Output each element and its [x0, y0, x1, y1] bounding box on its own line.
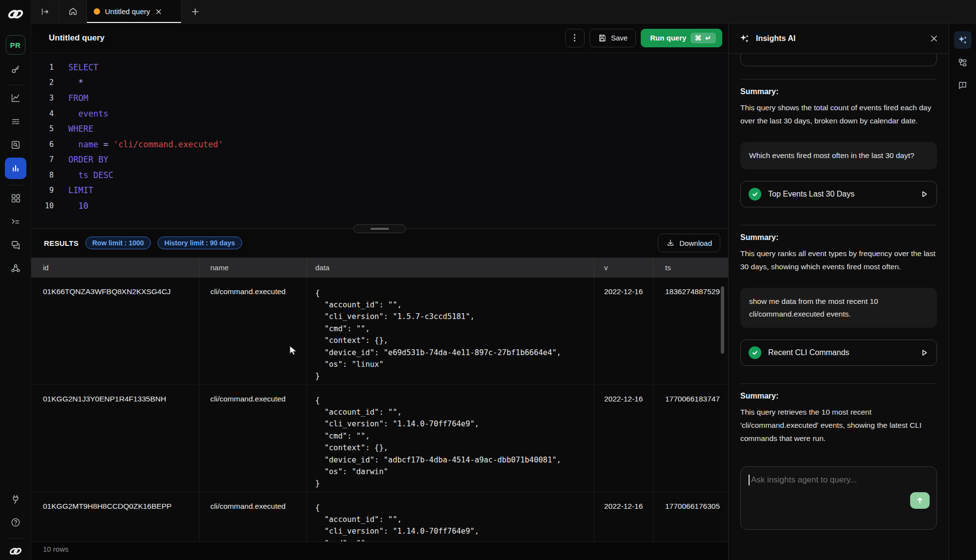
code-line: 8 ts DESC: [31, 167, 728, 183]
cell-id: 01KGG2N1J3Y0ENP1R4F1335BNH: [31, 385, 199, 492]
summary-text: This query shows the total count of even…: [740, 101, 937, 127]
scrolled-card-partial: [740, 54, 937, 66]
column-header-v[interactable]: v: [594, 258, 653, 278]
insights-close-icon[interactable]: [930, 35, 938, 42]
query-header: Untitled query Save Run query ⌘ ↵: [31, 23, 728, 53]
home-button[interactable]: [59, 0, 87, 23]
tab-untitled-query[interactable]: Untitled query: [87, 0, 182, 23]
line-number: 9: [31, 186, 54, 195]
sidebar-item-api-keys[interactable]: [6, 60, 25, 79]
sql-token: SELECT: [68, 62, 98, 72]
cell-v: 2022-12-16: [594, 492, 653, 542]
history-limit-badge[interactable]: History limit : 90 days: [158, 237, 242, 249]
sql-string-token: 'cli/command.executed': [113, 140, 223, 149]
row-limit-badge[interactable]: Row limit : 1000: [85, 237, 151, 249]
query-card-label: Recent CLI Commands: [768, 348, 849, 357]
rows-icon: [10, 116, 21, 127]
sidebar-item-streams[interactable]: [6, 112, 25, 131]
sidebar-item-connections[interactable]: [6, 489, 25, 509]
rail-item-feedback[interactable]: [954, 76, 972, 94]
code-line: 6 name = 'cli/command.executed': [31, 137, 728, 152]
table-row[interactable]: 01KGG2N1J3Y0ENP1R4F1335BNH cli/command.e…: [31, 385, 728, 492]
sidebar-item-cli[interactable]: [6, 212, 25, 231]
axiom-logo-icon[interactable]: [6, 7, 25, 21]
sidebar-item-explore[interactable]: [6, 135, 25, 155]
table-row[interactable]: 01K66TQNZA3WFBQ8XN2KXSG4CJ cli/command.e…: [31, 278, 728, 385]
section-divider: [740, 79, 937, 80]
run-query-label: Run query: [650, 34, 686, 42]
sidebar-item-query[interactable]: [5, 158, 26, 179]
line-number: 3: [31, 94, 54, 102]
unsaved-changes-dot-icon: [94, 8, 100, 15]
sidebar-item-integrations[interactable]: [6, 259, 25, 278]
help-circle-icon: [10, 517, 21, 528]
column-header-data[interactable]: data: [306, 258, 594, 278]
insights-input-placeholder: Ask insights agent to query...: [751, 475, 857, 484]
query-card-label: Top Events Last 30 Days: [768, 190, 854, 199]
sql-editor[interactable]: 1SELECT 2 * 3FROM 4 events 5WHERE 6 name…: [31, 53, 728, 228]
tab-close-icon[interactable]: [155, 8, 162, 15]
sparkles-icon: [957, 35, 968, 45]
drag-grip-icon: [370, 228, 389, 230]
save-button[interactable]: Save: [590, 29, 636, 47]
more-options-button[interactable]: [565, 29, 585, 47]
code-line: 3FROM: [31, 90, 728, 106]
query-result-card-top-events[interactable]: Top Events Last 30 Days: [740, 181, 937, 207]
cell-v: 2022-12-16: [594, 385, 653, 492]
insights-ai-panel: Insights AI Summary: This query shows th…: [728, 23, 949, 560]
new-tab-button[interactable]: [182, 0, 208, 23]
save-floppy-icon: [598, 34, 607, 42]
code-line: 1SELECT: [31, 60, 728, 75]
chat-bubbles-icon: [10, 240, 21, 250]
run-card-play-icon[interactable]: [920, 348, 929, 357]
run-query-button[interactable]: Run query ⌘ ↵: [641, 29, 722, 47]
plus-icon: [191, 7, 200, 16]
section-divider: [740, 225, 937, 225]
rail-item-insights-ai[interactable]: [954, 31, 972, 49]
arrow-up-icon: [916, 497, 924, 504]
home-icon: [68, 6, 78, 17]
column-header-ts[interactable]: ts: [653, 258, 728, 278]
code-line: 9LIMIT: [31, 183, 728, 199]
rail-item-schema[interactable]: [954, 54, 972, 71]
key-icon: [10, 64, 21, 75]
axiom-logo-small-icon: [7, 545, 24, 557]
column-header-id[interactable]: id: [31, 258, 199, 278]
send-button[interactable]: [910, 492, 930, 509]
query-workspace: Untitled query Save Run query ⌘ ↵ 1SELEC…: [31, 23, 728, 560]
cell-name: cli/command.executed: [199, 492, 306, 542]
sidebar-item-apps[interactable]: [6, 188, 25, 208]
summary-label: Summary:: [740, 87, 937, 96]
query-actions: Save Run query ⌘ ↵: [565, 29, 722, 47]
summary-label: Summary:: [740, 233, 937, 242]
cell-data-json: { "account_id": "", "cli_version": "1.14…: [306, 385, 594, 492]
split-drag-handle[interactable]: [353, 224, 406, 233]
sidebar-item-analytics[interactable]: [6, 88, 25, 108]
code-line: 10 10: [31, 198, 728, 214]
sidebar-divider: [8, 185, 23, 185]
query-result-card-recent-cli[interactable]: Recent CLI Commands: [740, 340, 937, 366]
insights-panel-body: Summary: This query shows the total coun…: [729, 54, 949, 560]
line-chart-icon: [10, 93, 21, 103]
sidebar-item-discussions[interactable]: [6, 235, 25, 255]
run-card-play-icon[interactable]: [920, 190, 929, 199]
workspace-badge[interactable]: PR: [6, 35, 25, 55]
tree-icon: [957, 58, 968, 68]
download-button[interactable]: Download: [658, 234, 720, 252]
column-header-name[interactable]: name: [199, 258, 306, 278]
terminal-icon: [10, 216, 21, 227]
sidebar-toggle-button[interactable]: [31, 0, 59, 23]
run-shortcut-badge: ⌘ ↵: [691, 33, 716, 43]
table-row[interactable]: 01KGG2MT9H8H8CCDQ0ZK16BEPP cli/command.e…: [31, 492, 728, 542]
summary-text: This query ranks all event types by freq…: [740, 247, 937, 273]
cell-name: cli/command.executed: [199, 385, 306, 492]
sql-token: ts DESC: [68, 170, 113, 180]
table-scrollbar[interactable]: [721, 286, 724, 354]
cell-id: 01KGG2MT9H8H8CCDQ0ZK16BEPP: [31, 492, 199, 542]
insights-panel-header: Insights AI: [729, 23, 949, 54]
plug-icon: [10, 494, 21, 504]
sql-token: name: [68, 140, 103, 149]
sidebar-item-help[interactable]: [6, 513, 25, 532]
insights-input[interactable]: Ask insights agent to query...: [740, 466, 937, 530]
row-count-label: 10 rows: [43, 545, 69, 553]
